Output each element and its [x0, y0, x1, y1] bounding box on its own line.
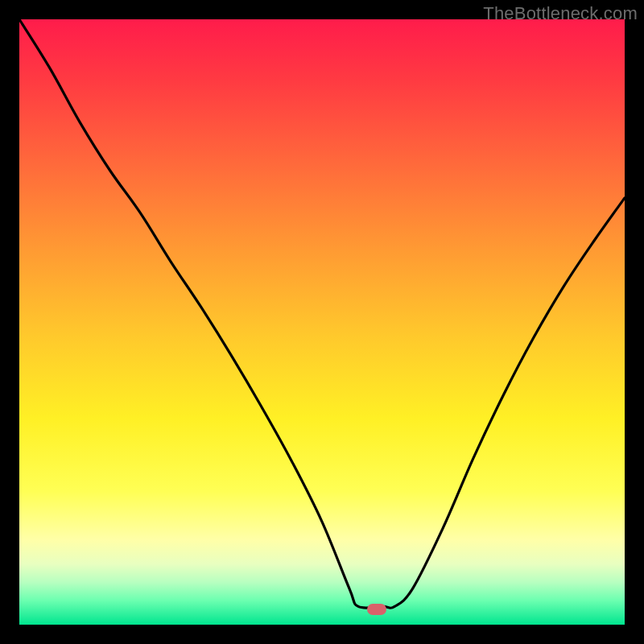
optimum-marker	[367, 604, 386, 615]
bottleneck-curve	[19, 19, 625, 625]
watermark-text: TheBottleneck.com	[483, 3, 638, 24]
chart-frame: TheBottleneck.com	[0, 0, 644, 644]
plot-area	[19, 19, 625, 625]
